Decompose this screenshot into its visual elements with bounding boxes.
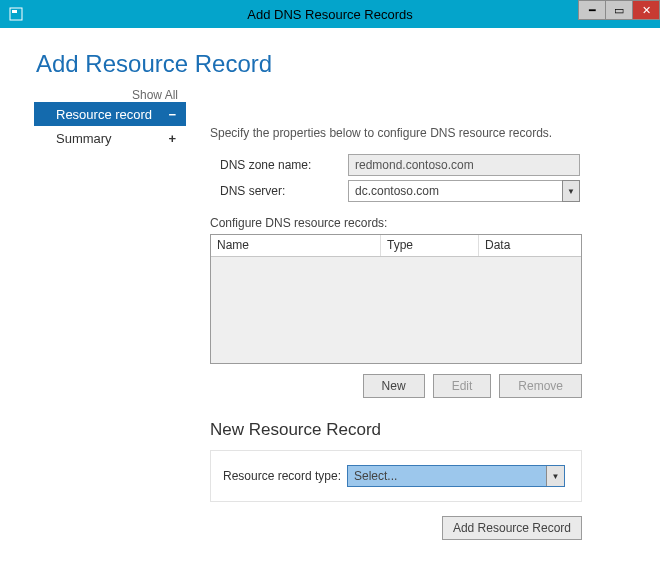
content-pane: Specify the properties below to configur… bbox=[186, 84, 660, 540]
svg-rect-1 bbox=[12, 10, 17, 13]
zone-name-row: DNS zone name: redmond.contoso.com bbox=[210, 154, 636, 176]
col-header-name[interactable]: Name bbox=[211, 235, 381, 256]
window-title: Add DNS Resource Records bbox=[0, 7, 660, 22]
edit-button[interactable]: Edit bbox=[433, 374, 492, 398]
intro-text: Specify the properties below to configur… bbox=[210, 126, 636, 140]
grid-body[interactable] bbox=[211, 257, 581, 364]
zone-name-field: redmond.contoso.com bbox=[348, 154, 580, 176]
zone-name-label: DNS zone name: bbox=[210, 158, 348, 172]
sidebar-item-label: Summary bbox=[56, 131, 112, 146]
col-header-type[interactable]: Type bbox=[381, 235, 479, 256]
record-type-row: Resource record type: Select... ▼ bbox=[217, 465, 575, 487]
sidebar-item-label: Resource record bbox=[56, 107, 152, 122]
dns-server-row: DNS server: dc.contoso.com ▼ bbox=[210, 180, 636, 202]
remove-button[interactable]: Remove bbox=[499, 374, 582, 398]
new-record-heading: New Resource Record bbox=[210, 420, 636, 440]
close-button[interactable]: ✕ bbox=[632, 0, 660, 20]
maximize-button[interactable]: ▭ bbox=[605, 0, 633, 20]
add-resource-record-button[interactable]: Add Resource Record bbox=[442, 516, 582, 540]
show-all-link[interactable]: Show All bbox=[34, 88, 186, 102]
chevron-down-icon[interactable]: ▼ bbox=[546, 466, 564, 486]
page-title: Add Resource Record bbox=[36, 50, 660, 78]
col-header-data[interactable]: Data bbox=[479, 235, 581, 256]
wizard-steps-sidebar: Show All Resource record − Summary + bbox=[0, 88, 186, 540]
svg-rect-0 bbox=[10, 8, 22, 20]
footer-buttons: Add Resource Record bbox=[210, 516, 582, 540]
dns-server-label: DNS server: bbox=[210, 184, 348, 198]
app-icon bbox=[4, 2, 28, 26]
record-type-combo[interactable]: Select... ▼ bbox=[347, 465, 565, 487]
grid-header: Name Type Data bbox=[211, 235, 581, 257]
record-type-label: Resource record type: bbox=[217, 469, 347, 483]
new-record-group: Resource record type: Select... ▼ bbox=[210, 450, 582, 502]
chevron-down-icon[interactable]: ▼ bbox=[562, 180, 580, 202]
collapse-icon: − bbox=[168, 107, 176, 122]
sidebar-item-resource-record[interactable]: Resource record − bbox=[34, 102, 186, 126]
window-controls: ━ ▭ ✕ bbox=[578, 0, 660, 28]
sidebar-item-summary[interactable]: Summary + bbox=[34, 126, 186, 150]
record-type-value: Select... bbox=[348, 466, 546, 486]
grid-buttons: New Edit Remove bbox=[210, 374, 582, 398]
dns-server-combo[interactable]: dc.contoso.com ▼ bbox=[348, 180, 580, 202]
minimize-button[interactable]: ━ bbox=[578, 0, 606, 20]
title-bar: Add DNS Resource Records ━ ▭ ✕ bbox=[0, 0, 660, 28]
dns-server-value: dc.contoso.com bbox=[348, 180, 562, 202]
expand-icon: + bbox=[168, 131, 176, 146]
zone-name-value: redmond.contoso.com bbox=[355, 158, 474, 172]
configure-records-label: Configure DNS resource records: bbox=[210, 216, 636, 230]
new-button[interactable]: New bbox=[363, 374, 425, 398]
records-grid[interactable]: Name Type Data bbox=[210, 234, 582, 364]
